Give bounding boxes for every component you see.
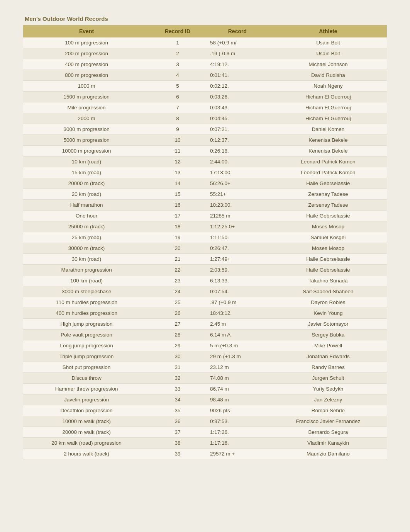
col-header-event: Event bbox=[23, 25, 150, 37]
cell-record-id: 34 bbox=[150, 394, 205, 405]
cell-record: 98.48 m bbox=[205, 394, 269, 405]
cell-athlete: David Rudisha bbox=[269, 70, 387, 81]
table-row: 20 km (road)1555:21+Zersenay Tadese bbox=[23, 189, 387, 200]
cell-event: Hammer throw progression bbox=[23, 384, 150, 394]
cell-record-id: 9 bbox=[150, 124, 205, 135]
cell-record: 58 (+0.9 m/ bbox=[205, 37, 269, 48]
cell-athlete: Hicham El Guerrouj bbox=[269, 113, 387, 124]
table-row: 3000 m progression90:07:21.Daniel Komen bbox=[23, 124, 387, 135]
cell-record: 1:17:16. bbox=[205, 438, 269, 449]
cell-record-id: 22 bbox=[150, 265, 205, 275]
table-row: 15 km (road)1317:13:00.Leonard Patrick K… bbox=[23, 167, 387, 178]
cell-athlete: Haile Gebrselassie bbox=[269, 178, 387, 189]
cell-athlete: Saif Saaeed Shaheen bbox=[269, 286, 387, 297]
cell-athlete: Usain Bolt bbox=[269, 48, 387, 59]
cell-record: 0:03:26. bbox=[205, 92, 269, 102]
table-row: Javelin progression3498.48 mJan Zelezny bbox=[23, 394, 387, 405]
cell-athlete: Takahiro Sunada bbox=[269, 275, 387, 286]
cell-athlete: Zersenay Tadese bbox=[269, 200, 387, 211]
cell-record: 2:44:00. bbox=[205, 156, 269, 167]
cell-event: 100 km (road) bbox=[23, 275, 150, 286]
cell-record-id: 17 bbox=[150, 211, 205, 221]
cell-event: 3000 m progression bbox=[23, 124, 150, 135]
records-table: Event Record ID Record Athlete 100 m pro… bbox=[23, 25, 387, 459]
cell-record: 2:03:59. bbox=[205, 265, 269, 275]
cell-record-id: 33 bbox=[150, 384, 205, 394]
cell-record-id: 39 bbox=[150, 449, 205, 459]
cell-event: 10000 m progression bbox=[23, 146, 150, 156]
table-row: 800 m progression40:01:41.David Rudisha bbox=[23, 70, 387, 81]
cell-event: 400 m hurdles progression bbox=[23, 308, 150, 319]
cell-athlete: Haile Gebrselassie bbox=[269, 254, 387, 265]
cell-record: 18:43:12. bbox=[205, 308, 269, 319]
cell-record-id: 21 bbox=[150, 254, 205, 265]
cell-athlete: Jurgen Schult bbox=[269, 373, 387, 384]
cell-event: 30 km (road) bbox=[23, 254, 150, 265]
cell-record: 6.14 m A bbox=[205, 330, 269, 340]
cell-event: 200 m progression bbox=[23, 48, 150, 59]
cell-event: 1500 m progression bbox=[23, 92, 150, 102]
cell-record: 23.12 m bbox=[205, 362, 269, 373]
cell-athlete: Maurizio Damilano bbox=[269, 449, 387, 459]
cell-record-id: 25 bbox=[150, 297, 205, 308]
cell-athlete: Javier Sotomayor bbox=[269, 319, 387, 330]
cell-event: 30000 m (track) bbox=[23, 243, 150, 254]
table-row: 20000 m (track)1456:26.0+Haile Gebrselas… bbox=[23, 178, 387, 189]
table-title: Men's Outdoor World Records bbox=[23, 15, 387, 22]
table-row: 30 km (road)211:27:49+Haile Gebrselassie bbox=[23, 254, 387, 265]
cell-athlete: Sergey Bubka bbox=[269, 330, 387, 340]
cell-record-id: 15 bbox=[150, 189, 205, 200]
col-header-record-id: Record ID bbox=[150, 25, 205, 37]
cell-record-id: 7 bbox=[150, 102, 205, 113]
cell-event: 2 hours walk (track) bbox=[23, 449, 150, 459]
cell-record-id: 27 bbox=[150, 319, 205, 330]
table-row: 200 m progression2.19 (-0.3 mUsain Bolt bbox=[23, 48, 387, 59]
cell-athlete: Noah Ngeny bbox=[269, 81, 387, 92]
cell-athlete: Mike Powell bbox=[269, 340, 387, 351]
cell-record-id: 14 bbox=[150, 178, 205, 189]
cell-event: Long jump progression bbox=[23, 340, 150, 351]
cell-event: 20 km (road) bbox=[23, 189, 150, 200]
cell-record-id: 35 bbox=[150, 405, 205, 416]
table-row: One hour1721285 mHaile Gebrselassie bbox=[23, 211, 387, 221]
cell-athlete: Jonathan Edwards bbox=[269, 351, 387, 362]
cell-athlete: Dayron Robles bbox=[269, 297, 387, 308]
table-row: 3000 m steeplechase240:07:54.Saif Saaeed… bbox=[23, 286, 387, 297]
cell-record-id: 37 bbox=[150, 427, 205, 438]
table-row: High jump progression272.45 mJavier Soto… bbox=[23, 319, 387, 330]
cell-event: 20000 m (track) bbox=[23, 178, 150, 189]
cell-record-id: 4 bbox=[150, 70, 205, 81]
cell-record-id: 16 bbox=[150, 200, 205, 211]
cell-event: 2000 m bbox=[23, 113, 150, 124]
cell-record: 0:12:37. bbox=[205, 135, 269, 146]
cell-record-id: 18 bbox=[150, 221, 205, 232]
cell-event: Mile progression bbox=[23, 102, 150, 113]
cell-record: 0:02:12. bbox=[205, 81, 269, 92]
cell-record: 1:11:50. bbox=[205, 232, 269, 243]
cell-athlete: Haile Gebrselassie bbox=[269, 265, 387, 275]
cell-event: High jump progression bbox=[23, 319, 150, 330]
col-header-record: Record bbox=[205, 25, 269, 37]
table-row: 2 hours walk (track)3929572 m +Maurizio … bbox=[23, 449, 387, 459]
table-row: Hammer throw progression3386.74 mYuriy S… bbox=[23, 384, 387, 394]
cell-athlete: Usain Bolt bbox=[269, 37, 387, 48]
cell-athlete: Michael Johnson bbox=[269, 59, 387, 70]
table-header-row: Event Record ID Record Athlete bbox=[23, 25, 387, 37]
cell-record: 0:26:18. bbox=[205, 146, 269, 156]
cell-record: 0:07:54. bbox=[205, 286, 269, 297]
table-row: 20000 m walk (track)371:17:26.Bernardo S… bbox=[23, 427, 387, 438]
cell-event: 800 m progression bbox=[23, 70, 150, 81]
cell-record-id: 20 bbox=[150, 243, 205, 254]
cell-record-id: 28 bbox=[150, 330, 205, 340]
table-row: 400 m progression34:19:12.Michael Johnso… bbox=[23, 59, 387, 70]
cell-athlete: Vladimir Kanaykin bbox=[269, 438, 387, 449]
cell-athlete: Hicham El Guerrouj bbox=[269, 92, 387, 102]
cell-event: 20 km walk (road) progression bbox=[23, 438, 150, 449]
table-row: 10 km (road)122:44:00.Leonard Patrick Ko… bbox=[23, 156, 387, 167]
page-container: Men's Outdoor World Records Event Record… bbox=[23, 15, 387, 459]
cell-record: 0:37:53. bbox=[205, 416, 269, 427]
table-row: 100 km (road)236:13:33.Takahiro Sunada bbox=[23, 275, 387, 286]
cell-athlete: Leonard Patrick Komon bbox=[269, 167, 387, 178]
table-row: 25000 m (track)181:12:25.0+Moses Mosop bbox=[23, 221, 387, 232]
cell-athlete: Haile Gebrselassie bbox=[269, 211, 387, 221]
